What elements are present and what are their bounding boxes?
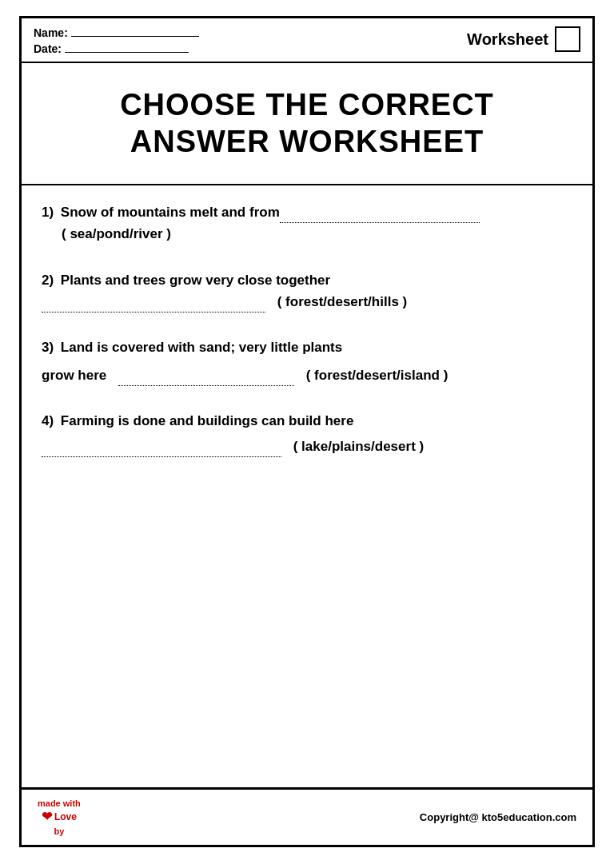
q3-row2: grow here ( forest/desert/island ) <box>42 364 572 386</box>
q4-number: 4) <box>42 413 54 428</box>
made-with-love: made with ❤ Love by <box>38 798 81 837</box>
q1-text: Snow of mountains melt and from <box>61 205 280 220</box>
question-4: 4) Farming is done and buildings can bui… <box>42 410 572 456</box>
by-text: by <box>54 826 64 837</box>
q1-options-text: ( sea/pond/river ) <box>62 226 171 241</box>
header-right: Worksheet <box>467 26 580 52</box>
q3-text: Land is covered with sand; very little p… <box>61 340 342 355</box>
title-line2: ANSWER WORKSHEET <box>38 124 576 161</box>
q3-number: 3) <box>42 340 54 355</box>
q4-text: Farming is done and buildings can build … <box>61 413 353 428</box>
q3-text2: grow here <box>42 368 106 383</box>
q2-row2: ( forest/desert/hills ) <box>42 291 572 313</box>
header: Name: Date: Worksheet <box>22 18 592 63</box>
q4-row2: ( lake/plains/desert ) <box>42 436 572 457</box>
question-3: 3) Land is covered with sand; very littl… <box>42 336 572 386</box>
q2-row1: 2) Plants and trees grow very close toge… <box>42 269 572 291</box>
q2-dotted-line <box>42 312 265 313</box>
q1-row: 1) Snow of mountains melt and from <box>42 201 572 223</box>
heart-icon: ❤ <box>42 809 52 826</box>
q4-dotted-line <box>42 456 281 457</box>
worksheet-label: Worksheet <box>467 30 548 49</box>
questions-section: 1) Snow of mountains melt and from ( sea… <box>22 185 592 786</box>
name-label: Name: <box>34 26 68 39</box>
title-line1: CHOOSE THE CORRECT <box>38 87 576 124</box>
q3-dotted-line <box>118 385 294 386</box>
love-icon-group: ❤ Love <box>42 809 77 826</box>
header-left: Name: Date: <box>34 26 199 55</box>
question-1: 1) Snow of mountains melt and from ( sea… <box>42 201 572 245</box>
q3-row1: 3) Land is covered with sand; very littl… <box>42 336 572 358</box>
q3-options-text: ( forest/desert/island ) <box>306 368 449 383</box>
q4-options-text: ( lake/plains/desert ) <box>293 439 424 454</box>
love-text: Love <box>54 811 77 824</box>
copyright: Copyright@ kto5education.com <box>420 811 576 823</box>
question-2: 2) Plants and trees grow very close toge… <box>42 269 572 313</box>
q2-number: 2) <box>42 273 54 288</box>
date-field: Date: <box>34 42 199 55</box>
date-underline <box>65 52 189 53</box>
q2-options-text: ( forest/desert/hills ) <box>277 294 407 309</box>
title-section: CHOOSE THE CORRECT ANSWER WORKSHEET <box>22 63 592 185</box>
name-underline <box>71 36 199 37</box>
worksheet-page: Name: Date: Worksheet CHOOSE THE CORRECT… <box>19 16 595 847</box>
name-field: Name: <box>34 26 199 39</box>
q4-row1: 4) Farming is done and buildings can bui… <box>42 410 572 432</box>
worksheet-number-box[interactable] <box>555 26 580 52</box>
date-label: Date: <box>34 42 62 55</box>
q1-dotted-line <box>280 222 480 223</box>
main-title: CHOOSE THE CORRECT ANSWER WORKSHEET <box>38 87 576 160</box>
q1-options: ( sea/pond/river ) <box>62 223 572 245</box>
footer: made with ❤ Love by Copyright@ kto5educa… <box>22 787 592 845</box>
made-with-text: made with <box>38 798 81 809</box>
q1-number: 1) <box>42 205 54 220</box>
q2-text: Plants and trees grow very close togethe… <box>61 273 330 288</box>
